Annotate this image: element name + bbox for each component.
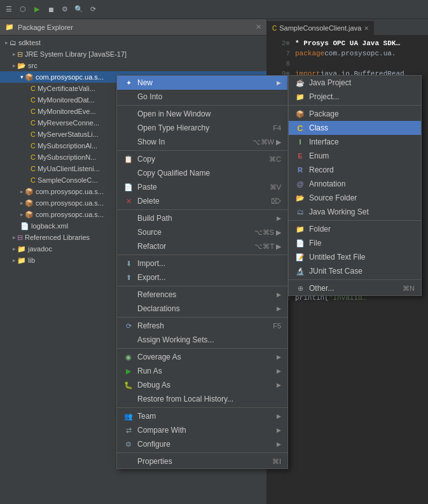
ctx-item-coverage-as[interactable]: ◉ Coverage As ▶ bbox=[117, 350, 287, 364]
ctx-item-new-source-folder[interactable]: 📂 Source Folder bbox=[289, 191, 421, 205]
show-in-icon bbox=[123, 137, 134, 147]
ctx-item-references[interactable]: References ▶ bbox=[117, 288, 287, 302]
ctx-label-refresh: Refresh bbox=[137, 321, 164, 330]
ctx-item-java-project[interactable]: ☕ Java Project bbox=[289, 76, 421, 90]
ctx-item-new-other[interactable]: ⊕ Other... ⌘N bbox=[289, 281, 421, 295]
properties-icon bbox=[123, 456, 134, 466]
ctx-item-new-annotation[interactable]: @ Annotation bbox=[289, 177, 421, 191]
ctx-label-new-record: Record bbox=[309, 165, 334, 174]
ctx-item-export[interactable]: ⬆ Export... bbox=[117, 270, 287, 284]
separator-3 bbox=[117, 209, 287, 210]
ctx-item-properties[interactable]: Properties ⌘I bbox=[117, 454, 287, 468]
separator-6 bbox=[117, 317, 287, 318]
editor-tab-close[interactable]: ✕ bbox=[364, 25, 369, 32]
ctx-label-run-as: Run As bbox=[137, 367, 162, 375]
ctx-label-compare-with: Compare With bbox=[137, 426, 186, 435]
team-icon: 👥 bbox=[123, 411, 134, 421]
refresh-icon: ⟳ bbox=[123, 321, 134, 331]
ctx-item-team[interactable]: 👥 Team ▶ bbox=[117, 409, 287, 423]
ctx-label-new-java-working-set: Java Working Set bbox=[309, 207, 369, 216]
project-icon: 📁 bbox=[295, 92, 305, 102]
submenu-arrow-run: ▶ bbox=[277, 368, 281, 374]
submenu-arrow-build-path: ▶ bbox=[277, 215, 281, 221]
refactor-icon bbox=[123, 241, 134, 251]
submenu-arrow-configure: ▶ bbox=[277, 441, 281, 447]
ctx-item-new-untitled-text[interactable]: 📝 Untitled Text File bbox=[289, 250, 421, 264]
shortcut-source: ⌥⌘S ▶ bbox=[254, 228, 281, 237]
go-into-icon bbox=[123, 92, 134, 102]
file-icon: 📄 bbox=[295, 238, 305, 248]
ctx-item-open-type-hierarchy[interactable]: Open Type Hierarchy F4 bbox=[117, 121, 287, 135]
shortcut-show-in: ⌥⌘W ▶ bbox=[252, 138, 281, 146]
separator-1 bbox=[117, 105, 287, 106]
ctx-item-import[interactable]: ⬇ Import... bbox=[117, 256, 287, 270]
coverage-icon: ◉ bbox=[123, 352, 134, 362]
ctx-item-source[interactable]: Source ⌥⌘S ▶ bbox=[117, 225, 287, 239]
export-icon: ⬆ bbox=[123, 272, 134, 283]
ctx-item-show-in[interactable]: Show In ⌥⌘W ▶ bbox=[117, 135, 287, 149]
ctx-item-declarations[interactable]: Declarations ▶ bbox=[117, 302, 287, 316]
ctx-item-new-folder[interactable]: 📁 Folder bbox=[289, 222, 421, 236]
new-separator-1 bbox=[289, 105, 421, 106]
ctx-label-restore-history: Restore from Local History... bbox=[137, 395, 233, 403]
submenu-arrow-team: ▶ bbox=[277, 413, 281, 419]
ctx-item-new[interactable]: ✦ New ▶ bbox=[117, 76, 287, 90]
ctx-item-refactor[interactable]: Refactor ⌥⌘T ▶ bbox=[117, 239, 287, 253]
ctx-item-refresh[interactable]: ⟳ Refresh F5 bbox=[117, 319, 287, 333]
ctx-item-build-path[interactable]: Build Path ▶ bbox=[117, 211, 287, 225]
ctx-label-new-class: Class bbox=[309, 123, 328, 132]
submenu-arrow-compare: ▶ bbox=[277, 427, 281, 433]
ctx-label-refactor: Refactor bbox=[137, 242, 166, 251]
ctx-item-new-junit-test[interactable]: 🔬 JUnit Test Case bbox=[289, 264, 421, 278]
compare-icon: ⇄ bbox=[123, 425, 134, 435]
ctx-item-paste[interactable]: 📄 Paste ⌘V bbox=[117, 180, 287, 194]
shortcut-f4: F4 bbox=[273, 124, 281, 132]
ctx-item-configure[interactable]: ⚙ Configure ▶ bbox=[117, 437, 287, 451]
ctx-item-assign-working-sets[interactable]: Assign Working Sets... bbox=[117, 333, 287, 347]
ctx-item-new-java-working-set[interactable]: 🗂 Java Working Set bbox=[289, 205, 421, 219]
new-icon: ✦ bbox=[123, 78, 134, 88]
ctx-item-new-class[interactable]: C Class bbox=[289, 121, 421, 135]
ctx-label-new-folder: Folder bbox=[309, 225, 331, 234]
ctx-label-new-interface: Interface bbox=[309, 137, 339, 146]
ctx-label-build-path: Build Path bbox=[137, 214, 172, 223]
ctx-item-debug-as[interactable]: 🐛 Debug As ▶ bbox=[117, 378, 287, 392]
editor-tab-sample[interactable]: C SampleConsoleClient.java ✕ bbox=[267, 21, 375, 35]
editor-tab-bar: C SampleConsoleClient.java ✕ bbox=[267, 19, 428, 36]
ctx-label-open-hierarchy: Open Type Hierarchy bbox=[137, 123, 209, 132]
ctx-item-new-enum[interactable]: E Enum bbox=[289, 149, 421, 163]
ctx-label-properties: Properties bbox=[137, 457, 172, 466]
submenu-arrow-coverage: ▶ bbox=[277, 354, 281, 360]
run-as-icon: ▶ bbox=[123, 366, 134, 376]
ctx-item-delete[interactable]: ✕ Delete ⌦ bbox=[117, 194, 287, 208]
submenu-arrow-new: ▶ bbox=[277, 80, 281, 86]
ctx-item-restore-history[interactable]: Restore from Local History... bbox=[117, 392, 287, 406]
junit-icon: 🔬 bbox=[295, 266, 305, 276]
ctx-item-go-into[interactable]: Go Into bbox=[117, 90, 287, 104]
ctx-item-open-new-window[interactable]: Open in New Window bbox=[117, 107, 287, 121]
class-icon: C bbox=[295, 123, 305, 133]
record-icon: R bbox=[295, 165, 305, 175]
ctx-label-new-package: Package bbox=[309, 109, 339, 118]
separator-5 bbox=[117, 286, 287, 286]
ctx-item-project[interactable]: 📁 Project... bbox=[289, 90, 421, 104]
separator-4 bbox=[117, 255, 287, 255]
separator-2 bbox=[117, 150, 287, 151]
ctx-item-new-package[interactable]: 📦 Package bbox=[289, 107, 421, 121]
ctx-item-new-interface[interactable]: I Interface bbox=[289, 135, 421, 149]
ctx-label-coverage-as: Coverage As bbox=[137, 353, 181, 361]
ctx-item-run-as[interactable]: ▶ Run As ▶ bbox=[117, 364, 287, 378]
ctx-label-java-project: Java Project bbox=[309, 78, 351, 87]
shortcut-paste: ⌘V bbox=[270, 183, 281, 192]
ctx-item-new-file[interactable]: 📄 File bbox=[289, 236, 421, 250]
shortcut-other: ⌘N bbox=[403, 284, 415, 293]
package-icon: 📦 bbox=[295, 109, 305, 119]
restore-history-icon bbox=[123, 394, 134, 404]
ctx-item-copy-qualified[interactable]: Copy Qualified Name bbox=[117, 166, 287, 180]
ctx-item-compare-with[interactable]: ⇄ Compare With ▶ bbox=[117, 423, 287, 437]
debug-as-icon: 🐛 bbox=[123, 380, 134, 390]
ctx-label-open-window: Open in New Window bbox=[137, 109, 211, 118]
ctx-item-new-record[interactable]: R Record bbox=[289, 163, 421, 177]
ctx-item-copy[interactable]: 📋 Copy ⌘C bbox=[117, 152, 287, 166]
ctx-label-declarations: Declarations bbox=[137, 304, 180, 313]
